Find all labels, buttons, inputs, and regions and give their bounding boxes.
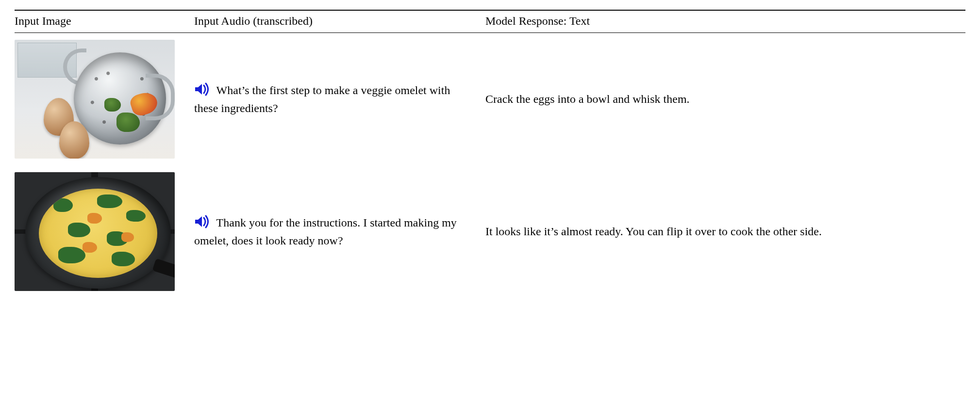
table-header-row: Input Image Input Audio (transcribed) Mo… (15, 10, 965, 33)
header-input-image: Input Image (15, 10, 194, 33)
input-audio-cell: What’s the first step to make a veggie o… (194, 33, 485, 166)
multimodal-examples-table: Input Image Input Audio (transcribed) Mo… (15, 10, 965, 298)
speaker-icon (194, 215, 211, 232)
input-image-ingredients (15, 40, 175, 159)
audio-transcript: What’s the first step to make a veggie o… (194, 84, 450, 114)
table-row: What’s the first step to make a veggie o… (15, 33, 965, 166)
input-audio-cell: Thank you for the instructions. I starte… (194, 165, 485, 298)
model-response-cell: It looks like it’s almost ready. You can… (485, 165, 965, 298)
header-model-response: Model Response: Text (485, 10, 965, 33)
header-input-audio: Input Audio (transcribed) (194, 10, 485, 33)
speaker-icon (194, 82, 211, 100)
response-text: Crack the eggs into a bowl and whisk the… (485, 93, 690, 105)
response-text: It looks like it’s almost ready. You can… (485, 225, 822, 238)
input-image-cell (15, 165, 194, 298)
table-row: Thank you for the instructions. I starte… (15, 165, 965, 298)
audio-transcript: Thank you for the instructions. I starte… (194, 216, 457, 246)
input-image-cell (15, 33, 194, 166)
model-response-cell: Crack the eggs into a bowl and whisk the… (485, 33, 965, 166)
input-image-cooking-omelet (15, 172, 175, 291)
